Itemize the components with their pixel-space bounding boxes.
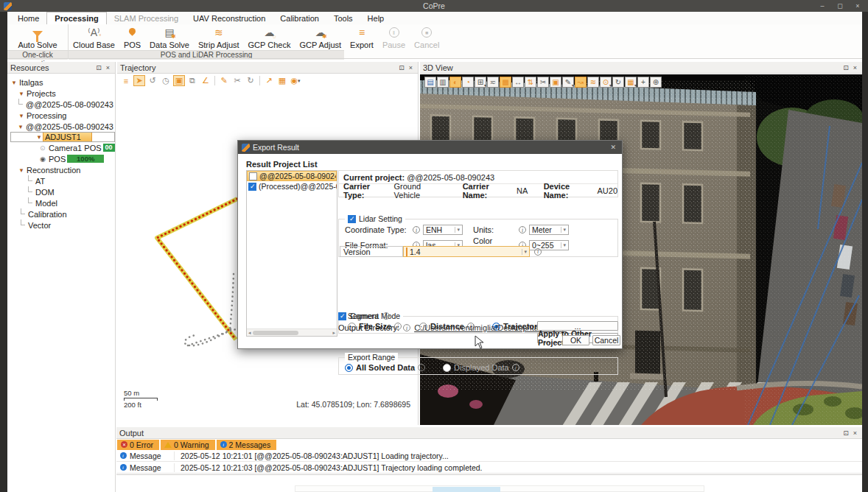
close-panel-icon[interactable]: × bbox=[851, 429, 859, 437]
close-panel-icon[interactable]: × bbox=[104, 64, 112, 71]
trajectory-line-icon[interactable]: ↝ bbox=[575, 77, 587, 88]
tab-uav-reconstruction[interactable]: UAV Reconstruction bbox=[186, 13, 273, 24]
tree-item-dom[interactable]: DOM bbox=[10, 186, 115, 197]
center-view-icon[interactable]: ⊕ bbox=[650, 77, 662, 88]
export-button[interactable]: ≡ Export bbox=[346, 24, 378, 50]
auto-solve-button[interactable]: Auto Solve bbox=[13, 24, 61, 50]
time-tool-icon[interactable]: ◷ bbox=[160, 75, 172, 86]
menu-bar: Home Processing SLAM Processing UAV Reco… bbox=[7, 12, 862, 24]
tree-item-camera1-pos[interactable]: ⊙Camera1 POS00 bbox=[10, 142, 115, 153]
dialog-close-icon[interactable]: ✕ bbox=[608, 144, 618, 151]
tree-item-project-090243[interactable]: @@2025-05-08-090243 bbox=[10, 99, 115, 110]
tree-item-projects[interactable]: ▾Projects bbox=[10, 88, 115, 99]
log-row[interactable]: i Message 2025-05-12 10:21:03 [@@2025-05… bbox=[116, 462, 862, 474]
gcp-check-button[interactable]: ☁◌ GCP Check bbox=[244, 24, 295, 50]
data-solve-button[interactable]: ▤✱ Data Solve bbox=[145, 24, 194, 50]
tree-item-at[interactable]: AT bbox=[10, 175, 115, 186]
select-tool-icon[interactable]: ➤ bbox=[133, 75, 145, 86]
lidar-setting-checkbox[interactable] bbox=[348, 215, 356, 223]
tab-calibration[interactable]: Calibration bbox=[273, 13, 326, 24]
tree-item-calibration[interactable]: Calibration bbox=[10, 208, 115, 219]
profile-icon[interactable]: ≋ bbox=[587, 77, 599, 88]
pause-button[interactable]: ‖ Pause bbox=[378, 24, 410, 50]
pos-button[interactable]: POS bbox=[119, 24, 145, 50]
maximize-button[interactable]: ◻ bbox=[833, 1, 847, 10]
visibility-eye-icon[interactable]: ⊙ bbox=[40, 144, 47, 152]
messages-filter[interactable]: i2 Messages bbox=[217, 440, 277, 450]
warning-filter[interactable]: 0 Warning bbox=[161, 440, 214, 450]
rgb-render-icon[interactable]: ◐ bbox=[449, 77, 461, 88]
close-panel-icon[interactable]: × bbox=[851, 64, 859, 71]
tab-help[interactable]: Help bbox=[360, 13, 392, 24]
displayed-data-radio[interactable] bbox=[443, 364, 451, 372]
snapshot-icon[interactable]: ▦ bbox=[276, 75, 288, 86]
error-filter[interactable]: ✕0 Error bbox=[117, 440, 159, 450]
project-list-item[interactable]: @@2025-05-08-090243 bbox=[247, 171, 337, 181]
version-select[interactable]: 1.4▾ bbox=[403, 246, 530, 257]
camera-checkbox[interactable] bbox=[338, 312, 346, 320]
cut-tool-icon[interactable]: ✂ bbox=[231, 75, 243, 86]
list-horizontal-scrollbar[interactable]: ◂ ▸ bbox=[247, 328, 337, 336]
visibility-eye-icon[interactable]: ◉ bbox=[40, 155, 47, 163]
pan-horizontal-icon[interactable]: ↔ bbox=[512, 77, 524, 88]
export-view-icon[interactable]: ↗ bbox=[263, 75, 275, 86]
tree-item-vector[interactable]: Vector bbox=[10, 219, 115, 231]
float-panel-icon[interactable]: ⊡ bbox=[841, 429, 851, 437]
tree-item-pos[interactable]: ◉POS100% bbox=[10, 153, 115, 164]
refresh-tool-icon[interactable]: ↻ bbox=[245, 75, 256, 86]
clip-box-icon[interactable]: ▣ bbox=[550, 77, 561, 88]
ok-button[interactable]: OK bbox=[562, 335, 589, 345]
tree-item-adjust1[interactable]: ▾ADJUST1 bbox=[10, 132, 115, 142]
add-point-icon[interactable]: + bbox=[637, 77, 649, 88]
draw-tool-icon[interactable]: ✎ bbox=[218, 75, 230, 86]
rect-select-tool-icon[interactable]: ▣ bbox=[173, 75, 185, 86]
tab-slam-processing[interactable]: SLAM Processing bbox=[107, 13, 186, 24]
measure-tool-icon[interactable]: ∠ bbox=[200, 75, 211, 86]
window-title: CoPre bbox=[0, 1, 868, 10]
gcp-adjust-button[interactable]: ☁✱ GCP Adjust bbox=[295, 24, 346, 50]
target-icon[interactable]: ⊙▾ bbox=[600, 77, 612, 88]
dialog-title-bar[interactable]: Export Result ✕ bbox=[238, 141, 622, 154]
tree-item-processing-090243[interactable]: ▾@@2025-05-08-090243 bbox=[10, 121, 115, 132]
annotate-icon[interactable]: ✎▾ bbox=[562, 77, 574, 88]
project-checkbox[interactable] bbox=[249, 172, 257, 180]
tree-item-processing[interactable]: ▾Processing bbox=[10, 110, 115, 121]
close-panel-icon[interactable]: × bbox=[407, 64, 415, 71]
tree-item-italgas[interactable]: ▾Italgas bbox=[10, 77, 115, 88]
display-mode-icon[interactable]: ⊞▾ bbox=[475, 77, 486, 88]
classification-render-icon[interactable]: ◔ bbox=[462, 77, 474, 88]
log-row[interactable]: i Message 2025-05-12 10:21:01 [@@2025-05… bbox=[116, 450, 862, 462]
clip-cut-icon[interactable]: ✂ bbox=[537, 77, 549, 88]
tab-tools[interactable]: Tools bbox=[326, 13, 360, 24]
orbit-tool-icon[interactable]: ↺ bbox=[147, 75, 158, 86]
elevation-render-icon[interactable]: ▤ bbox=[424, 77, 436, 88]
all-solved-data-radio[interactable] bbox=[345, 364, 353, 372]
float-panel-icon[interactable]: ⊡ bbox=[396, 64, 407, 71]
cloud-base-button[interactable]: ⁽A⁾° Cloud Base bbox=[69, 24, 119, 50]
clip-vertical-icon[interactable]: ⇅ bbox=[525, 77, 536, 88]
project-checkbox[interactable] bbox=[248, 183, 256, 191]
rotate-view-icon[interactable]: ↻ bbox=[612, 77, 624, 88]
cancel-dialog-button[interactable]: Cancel bbox=[592, 335, 620, 345]
units-select[interactable]: Meter▾ bbox=[529, 225, 569, 235]
intensity-render-icon[interactable]: ▥ bbox=[437, 77, 449, 88]
float-panel-icon[interactable]: ⊡ bbox=[94, 64, 104, 71]
project-list-item[interactable]: (Processed)@@2025-05-0 bbox=[247, 181, 337, 191]
palette-icon[interactable]: ▩ bbox=[500, 77, 511, 88]
close-button[interactable]: × bbox=[850, 1, 865, 10]
layers-icon[interactable]: ≡ bbox=[120, 75, 132, 86]
cancel-button[interactable]: ■ Cancel bbox=[410, 24, 444, 50]
visibility-dropdown-icon[interactable]: ◉▾ bbox=[290, 75, 301, 86]
tree-item-reconstruction[interactable]: ▾Reconstruction bbox=[10, 164, 115, 175]
tree-item-model[interactable]: Model bbox=[10, 197, 115, 208]
copy-tool-icon[interactable]: ⧉ bbox=[186, 75, 198, 86]
strip-adjust-button[interactable]: ≋ Strip Adjust bbox=[194, 24, 244, 50]
coordinate-type-select[interactable]: ENH▾ bbox=[423, 225, 463, 235]
filter-icon[interactable]: ≂ bbox=[487, 77, 499, 88]
float-panel-icon[interactable]: ⊡ bbox=[841, 64, 851, 71]
ortho-view-icon[interactable]: ▦▾ bbox=[625, 77, 637, 88]
tab-home[interactable]: Home bbox=[10, 13, 46, 24]
tab-processing[interactable]: Processing bbox=[46, 12, 106, 24]
result-project-list[interactable]: @@2025-05-08-090243 (Processed)@@2025-05… bbox=[246, 170, 337, 337]
minimize-button[interactable]: – bbox=[815, 1, 830, 10]
